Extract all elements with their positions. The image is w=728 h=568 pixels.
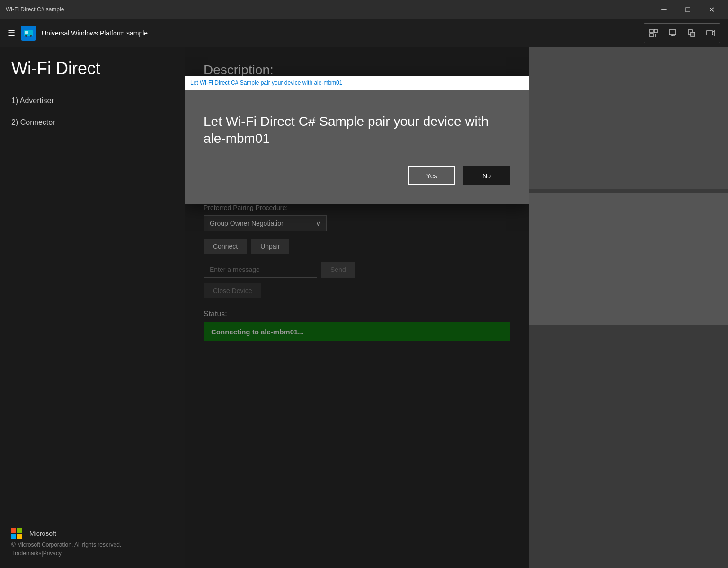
sidebar-app-title: Wi-Fi Direct	[0, 51, 185, 90]
minimize-button[interactable]: ─	[653, 2, 675, 17]
svg-rect-7	[669, 30, 676, 35]
dialog-no-button[interactable]: No	[463, 166, 510, 185]
dialog-body: Let Wi-Fi Direct C# Sample pair your dev…	[185, 90, 529, 204]
window-title: Wi-Fi Direct C# sample	[6, 6, 64, 13]
dialog: Let Wi-Fi Direct C# Sample pair your dev…	[185, 76, 529, 204]
main-layout: Wi-Fi Direct 1) Advertiser 2) Connector …	[0, 47, 728, 568]
sidebar: Wi-Fi Direct 1) Advertiser 2) Connector …	[0, 47, 185, 568]
title-bar: Wi-Fi Direct C# sample ─ □ ✕	[0, 0, 728, 19]
microsoft-logo-text: Microsoft	[29, 530, 56, 537]
toolbar-icon-4[interactable]	[701, 24, 720, 43]
content-area: Description: This scenario illustrates h…	[185, 47, 529, 568]
toolbar-icon-1[interactable]	[644, 24, 663, 43]
svg-rect-4	[650, 29, 653, 33]
toolbar-icon-3[interactable]	[682, 24, 701, 43]
right-panel-bottom	[529, 193, 728, 325]
sidebar-copyright: © Microsoft Corporation. All rights rese…	[11, 542, 173, 548]
close-button[interactable]: ✕	[701, 2, 722, 17]
svg-point-2	[30, 35, 32, 37]
toolbar-icons	[636, 19, 728, 47]
hamburger-icon[interactable]: ☰	[8, 28, 15, 38]
svg-rect-6	[650, 34, 653, 37]
sidebar-links[interactable]: Trademarks|Privacy	[11, 550, 173, 557]
maximize-button[interactable]: □	[677, 2, 699, 17]
svg-rect-5	[654, 29, 657, 33]
dialog-buttons: Yes No	[204, 166, 510, 185]
sidebar-footer: Microsoft © Microsoft Corporation. All r…	[0, 517, 185, 568]
app-header: ☰ Universal Windows Platform sample	[0, 19, 728, 47]
dialog-yes-button[interactable]: Yes	[408, 166, 455, 185]
window-controls: ─ □ ✕	[653, 2, 722, 17]
dialog-overlay: Let Wi-Fi Direct C# Sample pair your dev…	[185, 47, 529, 568]
svg-rect-3	[25, 31, 28, 34]
dialog-message: Let Wi-Fi Direct C# Sample pair your dev…	[204, 113, 510, 148]
toolbar-icon-group	[644, 23, 720, 43]
right-panel	[529, 47, 728, 568]
dialog-titlebar: Let Wi-Fi Direct C# Sample pair your dev…	[185, 76, 529, 90]
svg-point-1	[25, 35, 27, 37]
sidebar-item-connector[interactable]: 2) Connector	[0, 112, 185, 133]
sidebar-item-advertiser[interactable]: 1) Advertiser	[0, 90, 185, 112]
right-panel-top	[529, 47, 728, 189]
svg-rect-10	[707, 31, 712, 35]
svg-rect-9	[691, 32, 695, 36]
app-header-title: Universal Windows Platform sample	[42, 29, 148, 37]
toolbar-icon-2[interactable]	[663, 24, 682, 43]
microsoft-logo-grid	[11, 528, 22, 539]
app-icon	[21, 26, 36, 41]
